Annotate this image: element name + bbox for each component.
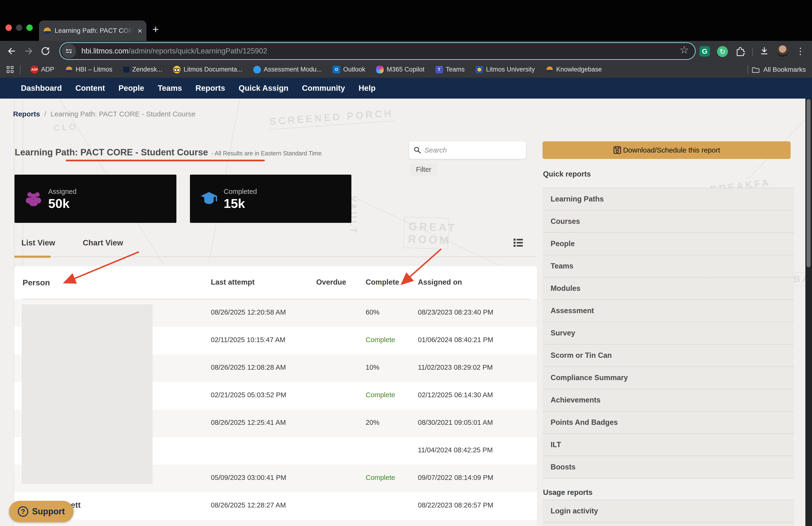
download-schedule-report-button[interactable]: Download/Schedule this report: [542, 141, 791, 159]
extensions-puzzle-icon[interactable]: [735, 46, 745, 56]
table-row: ett 08/26/2025 12:28:27 AM 08/22/2023 08…: [14, 492, 537, 520]
bookmark-item[interactable]: Litmos University: [476, 66, 535, 73]
tab-chart-view[interactable]: Chart View: [83, 238, 123, 247]
bookmark-star-icon[interactable]: ☆: [680, 45, 690, 55]
address-bar[interactable]: hbi.litmos.com/admin/reports/quick/Learn…: [59, 42, 696, 60]
bookmark-item[interactable]: T Teams: [435, 66, 465, 73]
redaction-overlay: [22, 304, 153, 484]
bookmark-item[interactable]: HBI – Litmos: [65, 66, 113, 73]
new-tab-button[interactable]: +: [153, 23, 159, 35]
quick-report-item[interactable]: Teams: [542, 255, 794, 278]
back-icon[interactable]: [6, 46, 17, 56]
cell-assigned-on: 11/04/2024 08:42:25 PM: [418, 446, 493, 454]
bookmark-favicon: [253, 66, 261, 73]
forward-icon[interactable]: [24, 46, 34, 56]
grammarly-extension-icon[interactable]: G: [699, 46, 710, 57]
site-settings-icon[interactable]: [61, 44, 76, 58]
bookmark-item[interactable]: M365 Copilot: [376, 66, 424, 73]
bookmark-item[interactable]: Litmos Documenta...: [173, 66, 243, 73]
quick-report-item[interactable]: Scorm or Tin Can: [542, 344, 794, 367]
stat-label: Completed: [224, 188, 257, 196]
page-title: Learning Path: PACT CORE - Student Cours…: [15, 147, 208, 157]
browser-toolbar: hbi.litmos.com/admin/reports/quick/Learn…: [0, 41, 812, 61]
usage-report-item[interactable]: Login activity: [542, 500, 794, 523]
tab-list-view[interactable]: List View: [21, 238, 55, 247]
quick-report-item[interactable]: Points And Badges: [542, 412, 794, 434]
nav-item[interactable]: People: [118, 84, 144, 93]
cell-complete: 20%: [366, 418, 379, 426]
toolbar-divider: [752, 47, 753, 56]
bookmarks-list: ADP ADP HBI – Litmos Zendesk... Litmos D…: [31, 66, 602, 73]
nav-item[interactable]: Quick Assign: [238, 84, 289, 93]
all-bookmarks-button[interactable]: All Bookmarks: [748, 65, 806, 74]
quick-report-item[interactable]: Achievements: [542, 389, 794, 412]
bookmark-favicon: [476, 66, 483, 73]
cell-complete: Complete: [366, 474, 395, 482]
tab-title: Learning Path: PACT CORE - S: [55, 27, 133, 34]
cell-assigned-on: 08/22/2023 08:26:57 PM: [418, 501, 493, 509]
downloads-icon[interactable]: [759, 46, 769, 56]
completed-stat-card: Completed 15k: [190, 175, 351, 223]
quick-report-item[interactable]: Survey: [542, 322, 794, 344]
graduation-cap-icon: [200, 191, 217, 207]
column-person[interactable]: Person: [23, 278, 50, 287]
nav-item[interactable]: Community: [302, 84, 345, 93]
column-assigned-on[interactable]: Assigned on: [418, 278, 462, 286]
nav-item[interactable]: Content: [75, 84, 105, 93]
column-complete[interactable]: Complete: [366, 278, 399, 286]
bookmark-item[interactable]: Assessment Modu...: [253, 66, 322, 73]
usage-reports-heading: Usage reports: [543, 488, 592, 497]
nav-item[interactable]: Dashboard: [21, 84, 62, 93]
quick-report-item[interactable]: Compliance Summary: [542, 367, 794, 389]
page-scrollbar[interactable]: [806, 99, 812, 526]
bookmark-item[interactable]: Knowledgebase: [546, 66, 602, 73]
cell-last-attempt: 08/26/2025 12:08:28 AM: [211, 364, 286, 371]
sync-extension-icon[interactable]: ↻: [717, 46, 728, 57]
quick-report-item[interactable]: Modules: [542, 278, 794, 300]
cell-last-attempt: 08/26/2025 12:28:27 AM: [211, 501, 286, 509]
quick-report-item[interactable]: Assessment: [542, 300, 794, 322]
nav-item[interactable]: Help: [359, 84, 376, 93]
bookmark-item[interactable]: ADP ADP: [31, 66, 54, 73]
profile-avatar[interactable]: [777, 45, 788, 57]
filter-button[interactable]: Filter: [410, 163, 437, 176]
support-button[interactable]: ? Support: [9, 501, 74, 522]
window-zoom-button[interactable]: [26, 25, 33, 31]
browser-menu-icon[interactable]: ⋮: [796, 46, 806, 57]
bookmark-favicon: ADP: [31, 66, 38, 73]
search-box[interactable]: [409, 141, 526, 159]
browser-tab[interactable]: Learning Path: PACT CORE - S ×: [39, 20, 146, 41]
cell-assigned-on: 08/23/2023 08:23:40 PM: [418, 308, 493, 316]
apps-grid-icon[interactable]: [6, 66, 14, 73]
quick-report-item[interactable]: Boosts: [542, 456, 794, 479]
nav-item[interactable]: Teams: [158, 84, 182, 93]
column-overdue[interactable]: Overdue: [316, 278, 346, 286]
question-icon: ?: [18, 506, 28, 517]
reload-icon[interactable]: [40, 46, 50, 56]
window-minimize-button[interactable]: [16, 25, 22, 31]
url-domain: hbi.litmos.com: [82, 47, 128, 55]
cell-assigned-on: 01/06/2024 08:40:21 PM: [418, 336, 493, 344]
window-close-button[interactable]: [5, 25, 12, 31]
breadcrumb-reports-link[interactable]: Reports: [13, 110, 40, 118]
bookmark-favicon: [546, 66, 553, 73]
report-table-card: Person Last attempt Overdue Complete Ass…: [14, 266, 537, 526]
quick-report-item[interactable]: People: [542, 233, 794, 255]
page-content: SCREENED PORCH GREAT ROOM VAULT CLO BREA…: [0, 99, 812, 526]
column-last-attempt[interactable]: Last attempt: [211, 278, 255, 286]
quick-report-item[interactable]: Courses: [542, 211, 794, 233]
quick-report-item[interactable]: Learning Paths: [542, 188, 794, 211]
bookmarks-divider: [748, 65, 748, 74]
cell-complete: 60%: [366, 308, 379, 316]
tab-close-icon[interactable]: ×: [137, 27, 142, 35]
bookmark-item[interactable]: O Outlook: [333, 66, 365, 73]
search-input[interactable]: [424, 146, 522, 154]
scrollbar-thumb[interactable]: [807, 99, 811, 267]
bookmark-item[interactable]: Zendesk...: [123, 66, 162, 73]
nav-item[interactable]: Reports: [195, 84, 225, 93]
list-options-icon[interactable]: [512, 237, 524, 249]
quick-report-item[interactable]: ILT: [542, 434, 794, 456]
table-header: Person Last attempt Overdue Complete Ass…: [14, 266, 537, 299]
cell-complete: 10%: [366, 364, 379, 371]
quick-reports-list: Learning PathsCoursesPeopleTeamsModulesA…: [542, 188, 794, 479]
